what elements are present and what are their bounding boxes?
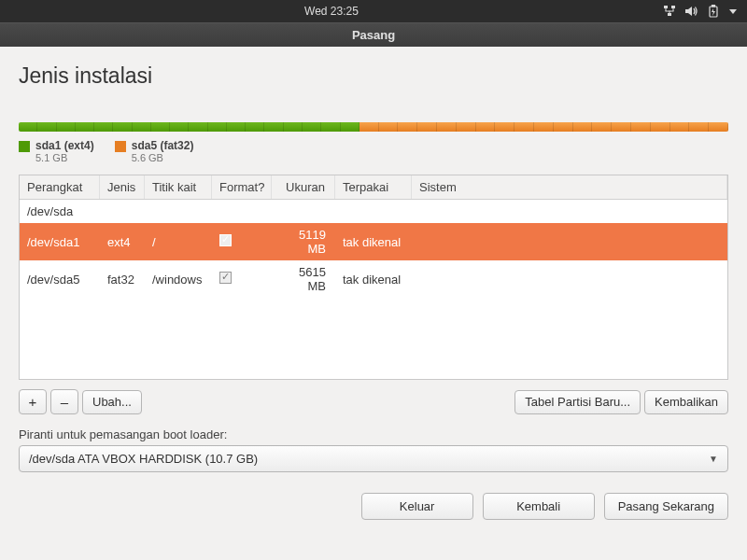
legend-item-sda5: sda5 (fat32) 5.6 GB — [115, 139, 194, 163]
add-partition-button[interactable]: + — [19, 389, 47, 414]
col-used[interactable]: Terpakai — [335, 175, 412, 199]
col-device[interactable]: Perangkat — [20, 175, 100, 199]
svg-rect-6 — [669, 11, 670, 14]
col-system[interactable]: Sistem — [412, 175, 727, 199]
swatch-icon — [19, 141, 30, 152]
partition-legend: sda1 (ext4) 5.1 GB sda5 (fat32) 5.6 GB — [19, 139, 728, 163]
legend-item-sda1: sda1 (ext4) 5.1 GB — [19, 139, 94, 163]
svg-rect-1 — [671, 6, 675, 8]
bootloader-label: Piranti untuk pemasangan boot loader: — [19, 427, 728, 441]
battery-icon[interactable] — [708, 5, 719, 18]
clock: Wed 23:25 — [304, 5, 359, 18]
chevron-down-icon: ▼ — [709, 454, 718, 464]
col-format[interactable]: Format? — [212, 175, 272, 199]
quit-button[interactable]: Keluar — [361, 493, 473, 520]
back-button[interactable]: Kembali — [483, 493, 595, 520]
install-now-button[interactable]: Pasang Sekarang — [604, 493, 728, 520]
format-checkbox[interactable] — [219, 272, 232, 284]
remove-partition-button[interactable]: – — [50, 389, 78, 414]
system-topbar: Wed 23:25 — [0, 0, 747, 22]
disk-row[interactable]: /dev/sda — [20, 200, 727, 223]
new-partition-table-button[interactable]: Tabel Partisi Baru... — [514, 390, 641, 414]
col-type[interactable]: Jenis — [100, 175, 145, 199]
svg-marker-11 — [729, 9, 737, 14]
partition-strip — [19, 122, 728, 132]
strip-seg-sda1 — [19, 122, 359, 132]
table-row[interactable]: /dev/sda1 ext4 / 5119 MB tak dikenal — [20, 223, 727, 260]
partition-table[interactable]: Perangkat Jenis Titik kait Format? Ukura… — [19, 175, 728, 380]
page-title: Jenis instalasi — [19, 63, 728, 89]
session-menu-icon[interactable] — [728, 7, 738, 16]
change-partition-button[interactable]: Ubah... — [82, 390, 142, 414]
col-size[interactable]: Ukuran — [272, 175, 335, 199]
svg-rect-9 — [712, 6, 715, 7]
partition-toolbar: + – Ubah... Tabel Partisi Baru... Kembal… — [19, 389, 728, 414]
svg-rect-0 — [664, 6, 668, 8]
strip-seg-sda5 — [359, 122, 728, 132]
revert-button[interactable]: Kembalikan — [644, 390, 728, 414]
swatch-icon — [115, 141, 126, 152]
svg-marker-7 — [685, 7, 692, 16]
network-icon[interactable] — [663, 6, 676, 17]
col-mount[interactable]: Titik kait — [145, 175, 212, 199]
bootloader-device-select[interactable]: /dev/sda ATA VBOX HARDDISK (10.7 GB) ▼ — [19, 445, 728, 472]
volume-icon[interactable] — [685, 6, 698, 17]
window-titlebar: Pasang — [0, 22, 747, 47]
table-header: Perangkat Jenis Titik kait Format? Ukura… — [20, 175, 727, 200]
format-checkbox[interactable] — [219, 234, 232, 246]
window-title: Pasang — [352, 28, 395, 42]
table-row[interactable]: /dev/sda5 fat32 /windows 5615 MB tak dik… — [20, 260, 727, 298]
installer-content: Jenis instalasi sda1 (ext4) 5.1 GB sda5 … — [0, 47, 747, 560]
svg-marker-10 — [712, 8, 715, 16]
bootloader-value: /dev/sda ATA VBOX HARDDISK (10.7 GB) — [29, 452, 258, 466]
wizard-footer: Keluar Kembali Pasang Sekarang — [19, 493, 728, 520]
